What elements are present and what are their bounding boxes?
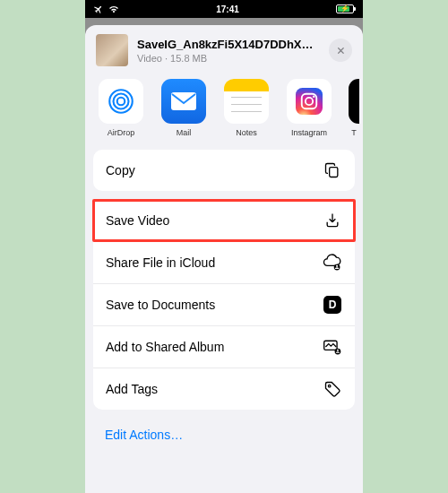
share-target-airdrop[interactable]: AirDrop [98,79,144,137]
edit-actions-button[interactable]: Edit Actions… [85,419,363,460]
tag-icon [323,379,342,399]
share-target-notes[interactable]: Notes [223,79,270,137]
action-label: Share File in iCloud [106,255,215,270]
battery-icon: ⚡ [336,4,354,13]
status-time: 17:41 [216,4,239,14]
file-title: SaveIG_An8kzFi5X14D7DDhXM... [137,38,320,51]
close-icon [336,46,346,56]
wifi-icon [108,4,119,13]
svg-rect-8 [330,168,338,177]
share-target-partial[interactable]: T [349,79,359,137]
sheet-header: SaveIG_An8kzFi5X14D7DDhXM... Video · 15.… [85,25,363,79]
save-video-icon [323,211,342,230]
documents-app-icon: D [323,295,342,315]
action-label: Copy [106,163,135,177]
svg-point-0 [117,98,125,106]
action-group-2: Save Video Share File in iCloud Save to … [93,200,355,410]
file-subtitle: Video · 15.8 MB [137,53,320,64]
copy-icon [323,160,342,180]
close-button[interactable] [329,39,352,62]
svg-point-10 [336,265,338,267]
action-add-shared-album[interactable]: Add to Shared Album [93,326,355,368]
notes-icon [224,79,269,124]
airplane-mode-icon [94,4,104,14]
icloud-share-icon [323,253,342,272]
mail-icon [161,79,206,124]
action-save-video[interactable]: Save Video [93,200,355,242]
svg-point-13 [337,350,339,351]
phone-frame: 17:41 ⚡ SaveIG_An8kzFi5X14D7DDhXM... Vid… [85,0,363,493]
action-copy[interactable]: Copy [93,150,355,191]
action-label: Add to Shared Album [106,340,224,354]
share-target-instagram[interactable]: Instagram [286,79,332,137]
partial-app-icon [349,79,359,124]
share-target-mail[interactable]: Mail [160,79,207,137]
instagram-icon [287,79,332,124]
file-thumbnail [96,34,128,66]
action-label: Add Tags [106,382,158,396]
app-targets-row: AirDrop Mail Notes Instag [85,79,363,150]
svg-rect-4 [296,88,323,115]
action-save-documents[interactable]: Save to Documents D [93,284,355,326]
svg-point-7 [313,95,315,98]
svg-point-1 [114,94,129,109]
action-add-tags[interactable]: Add Tags [93,368,355,410]
action-label: Save Video [106,213,169,228]
airdrop-icon [99,79,143,124]
status-bar: 17:41 ⚡ [85,0,363,18]
share-sheet: SaveIG_An8kzFi5X14D7DDhXM... Video · 15.… [85,25,363,493]
svg-point-12 [335,349,341,355]
svg-point-14 [328,385,331,387]
action-label: Save to Documents [106,298,215,312]
svg-rect-3 [171,92,196,110]
action-share-icloud[interactable]: Share File in iCloud [93,242,355,284]
action-group-1: Copy [93,150,355,191]
shared-album-icon [323,337,342,357]
